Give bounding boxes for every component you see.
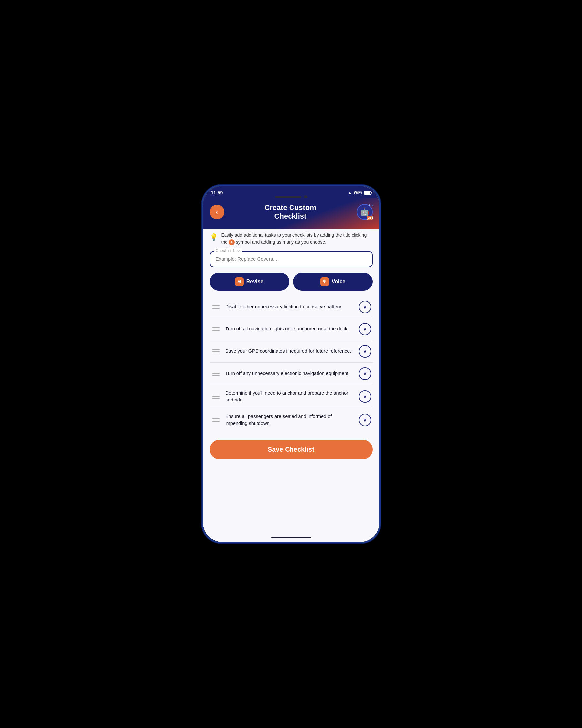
chevron-down-icon: ∨ bbox=[363, 304, 367, 310]
checklist-task-input-container[interactable]: Checklist Task bbox=[210, 251, 373, 267]
action-buttons: AI Revise 🎙 Voice bbox=[210, 273, 373, 291]
signal-icon: ▲ bbox=[348, 190, 352, 195]
lightbulb-icon: 💡 bbox=[210, 232, 218, 242]
item-text: Disable other unnecessary lighting to co… bbox=[225, 303, 354, 310]
back-button[interactable]: ‹ bbox=[210, 205, 224, 219]
item-text: Turn off any unnecessary electronic navi… bbox=[225, 370, 354, 377]
info-text: Easily add additional tasks to your chec… bbox=[221, 232, 373, 245]
ai-avatar[interactable]: 🤖 AI ✦✦ bbox=[357, 204, 373, 220]
revise-button[interactable]: AI Revise bbox=[210, 273, 289, 291]
info-banner: 💡 Easily add additional tasks to your ch… bbox=[210, 232, 373, 245]
status-icons: ▲ WiFi bbox=[348, 190, 371, 195]
list-item: Turn off any unnecessary electronic navi… bbox=[210, 363, 373, 385]
wifi-icon: WiFi bbox=[354, 190, 362, 195]
list-item: Save your GPS coordinates if required fo… bbox=[210, 340, 373, 363]
chevron-down-button[interactable]: ∨ bbox=[359, 367, 371, 380]
item-text: Turn off all navigation lights once anch… bbox=[225, 326, 354, 333]
ai-stars-icon: ✦✦ bbox=[368, 203, 373, 207]
chevron-down-button[interactable]: ∨ bbox=[359, 301, 371, 313]
chevron-down-button[interactable]: ∨ bbox=[359, 414, 371, 426]
home-bar bbox=[271, 537, 311, 538]
save-checklist-button[interactable]: Save Checklist bbox=[210, 440, 373, 459]
item-text: Ensure all passengers are seated and inf… bbox=[225, 413, 354, 427]
chevron-down-button[interactable]: ∨ bbox=[359, 323, 371, 335]
page-title: Create Custom Checklist bbox=[224, 203, 357, 221]
list-item: Disable other unnecessary lighting to co… bbox=[210, 296, 373, 318]
ai-badge-label: AI bbox=[367, 216, 373, 220]
item-text: Determine if you'll need to anchor and p… bbox=[225, 390, 354, 404]
chevron-down-icon: ∨ bbox=[363, 326, 367, 332]
phone-screen: 11:59 ▲ WiFi ‹ Create Custom Checkl bbox=[203, 186, 379, 542]
list-item: Turn off all navigation lights once anch… bbox=[210, 318, 373, 340]
status-time: 11:59 bbox=[211, 190, 223, 196]
chevron-down-button[interactable]: ∨ bbox=[359, 345, 371, 358]
home-indicator bbox=[203, 534, 379, 542]
drag-handle[interactable] bbox=[211, 326, 221, 333]
chevron-down-button[interactable]: ∨ bbox=[359, 390, 371, 403]
voice-label: Voice bbox=[332, 279, 345, 285]
add-symbol-icon: + bbox=[229, 239, 235, 245]
drag-handle[interactable] bbox=[211, 370, 221, 377]
back-icon: ‹ bbox=[216, 209, 218, 216]
drag-handle[interactable] bbox=[211, 348, 221, 355]
chevron-down-icon: ∨ bbox=[363, 393, 367, 399]
ai-revise-icon: AI bbox=[235, 278, 244, 286]
main-content: 💡 Easily add additional tasks to your ch… bbox=[203, 225, 379, 534]
drag-handle[interactable] bbox=[211, 393, 221, 400]
drag-handle[interactable] bbox=[211, 304, 221, 310]
item-text: Save your GPS coordinates if required fo… bbox=[225, 348, 354, 355]
battery-icon bbox=[364, 191, 371, 195]
battery-fill bbox=[365, 192, 370, 194]
list-item: Determine if you'll need to anchor and p… bbox=[210, 385, 373, 409]
input-label: Checklist Task bbox=[214, 248, 242, 253]
checklist-task-input[interactable] bbox=[216, 256, 367, 262]
voice-button[interactable]: 🎙 Voice bbox=[293, 273, 373, 291]
drag-handle[interactable] bbox=[211, 417, 221, 423]
revise-label: Revise bbox=[246, 279, 264, 285]
status-bar: 11:59 ▲ WiFi bbox=[203, 186, 379, 198]
chevron-down-icon: ∨ bbox=[363, 370, 367, 376]
voice-mic-icon: 🎙 bbox=[320, 278, 329, 286]
checklist-section: Disable other unnecessary lighting to co… bbox=[210, 296, 373, 432]
chevron-down-icon: ∨ bbox=[363, 348, 367, 355]
header: ‹ Create Custom Checklist 🤖 AI ✦✦ bbox=[203, 198, 379, 229]
robot-icon: 🤖 bbox=[360, 208, 369, 216]
chevron-down-icon: ∨ bbox=[363, 417, 367, 423]
list-item: Ensure all passengers are seated and inf… bbox=[210, 409, 373, 432]
header-title: Create Custom Checklist bbox=[224, 203, 357, 221]
phone-frame: 11:59 ▲ WiFi ‹ Create Custom Checkl bbox=[202, 185, 381, 543]
